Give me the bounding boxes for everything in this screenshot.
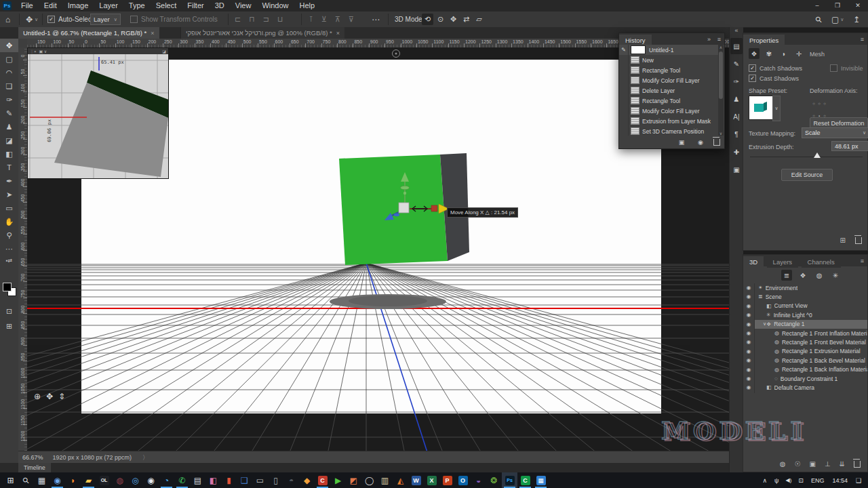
history-scrollbar[interactable]: ∧ ∨ — [718, 45, 724, 136]
taskbar-chat-app[interactable]: ❑ — [237, 472, 252, 488]
visibility-eye-icon[interactable]: ◉ — [743, 330, 754, 336]
visibility-eye-icon[interactable]: ◉ — [743, 348, 754, 354]
gradient-tool[interactable]: ◧ — [0, 147, 18, 161]
taskbar-photoshop[interactable]: Ps — [502, 472, 517, 488]
menu-edit[interactable]: Edit — [39, 0, 62, 12]
workspace-icon[interactable]: ▢ — [831, 15, 839, 24]
tab-channels[interactable]: Channels — [802, 256, 841, 268]
deform-grid-icon[interactable]: ⊞ — [840, 237, 846, 244]
timeline-tab[interactable]: Timeline — [18, 463, 51, 472]
menu-view[interactable]: View — [230, 0, 257, 12]
align-icon-0[interactable]: ⊏ — [235, 15, 241, 24]
close-tab-icon[interactable]: × — [151, 30, 154, 37]
taskbar-firefox[interactable]: ◗ — [65, 472, 81, 488]
align-icon-2[interactable]: ⊐ — [263, 15, 269, 24]
pan-camera-icon[interactable]: ✥ — [46, 392, 53, 401]
extrusion-depth-field[interactable]: 48.61 px — [831, 141, 868, 151]
shape-preset-thumbnail[interactable] — [749, 96, 773, 120]
tool-presets-icon[interactable]: ✚ — [730, 144, 743, 160]
dolly-camera-icon[interactable]: ⇕ — [58, 392, 65, 401]
menu-help[interactable]: Help — [294, 0, 321, 12]
panel-menu-icon[interactable]: ≡ — [717, 36, 721, 43]
invisible-checkbox[interactable] — [830, 64, 837, 72]
move-tool[interactable]: ✥ — [0, 39, 18, 52]
render-3d-icon[interactable]: ▣ — [809, 460, 815, 468]
taskbar-keyboard-app[interactable]: ▭ — [252, 472, 268, 488]
scene-item[interactable]: ◉ ✴ Environment — [743, 283, 867, 292]
history-state[interactable]: Modify Color Fill Layer — [619, 75, 718, 85]
slide-3d-icon[interactable]: ⇄ — [460, 14, 472, 25]
filter-lights-icon[interactable]: ✳ — [830, 270, 841, 281]
scene-item[interactable]: ◉ ✳ Infinite Light ^0 — [743, 310, 867, 319]
secondary-view-panel[interactable]: ⋮× ▣ ∨ ◪ 65.41 px 69.06 px — [27, 47, 169, 179]
brush-tool[interactable]: ✎ — [0, 106, 18, 120]
paragraph-panel-icon[interactable]: ¶ — [730, 126, 743, 142]
orbit-3d-icon[interactable]: ⟲ — [422, 14, 433, 25]
screen-mode-icon[interactable]: ⊞ — [0, 319, 18, 333]
marquee-tool[interactable]: ▢ — [0, 52, 18, 66]
tab-layers[interactable]: Layers — [767, 256, 799, 268]
more-options-icon[interactable]: ⋯ — [372, 15, 380, 24]
delete-icon[interactable] — [855, 237, 862, 244]
orbit-camera-icon[interactable]: ⊕ — [34, 392, 41, 401]
extrusion-slider-track[interactable] — [750, 157, 863, 157]
search-icon[interactable]: ⚲ — [18, 472, 34, 488]
pan-3d-icon[interactable]: ✥ — [448, 14, 459, 25]
scene-item[interactable]: ◉ ◍ Rectangle 1 Back Inflation Material — [743, 365, 867, 374]
restore-button[interactable]: ❐ — [827, 0, 848, 12]
visibility-eye-icon[interactable]: ◉ — [743, 293, 754, 300]
filter-whole-scene-icon[interactable]: ≣ — [781, 270, 792, 281]
zoom-tool[interactable]: ⚲ — [0, 228, 18, 242]
speaker-icon[interactable]: ◀) — [786, 477, 792, 483]
catch-shadows-checkbox[interactable]: ✓ — [749, 64, 756, 72]
history-snapshot[interactable]: ✎ Untitled-1 — [619, 45, 718, 55]
new-document-from-state-icon[interactable]: ▣ — [675, 138, 688, 147]
history-panel-icon[interactable]: ▤ — [730, 38, 743, 54]
scene-item[interactable]: ◉ ◍ Rectangle 1 Front Inflation Material — [743, 329, 867, 338]
swap-view-icon[interactable]: ◪ — [162, 49, 166, 54]
menu-file[interactable]: File — [16, 0, 39, 12]
foreground-color-swatch[interactable] — [3, 283, 12, 291]
tab-3d[interactable]: 3D — [743, 256, 764, 268]
axis-point-2[interactable]: ○ — [822, 102, 827, 107]
taskbar-word[interactable]: W — [408, 472, 424, 488]
align-icon-1[interactable]: ⊓ — [249, 15, 255, 24]
delete-icon[interactable] — [854, 461, 861, 468]
taskbar-phone-app[interactable]: ▯ — [268, 472, 283, 488]
deform-props-icon[interactable]: ✾ — [764, 48, 774, 59]
microphone-icon[interactable]: ψ — [774, 477, 778, 484]
start-button[interactable]: ⊞ — [3, 472, 18, 488]
share-icon[interactable]: ↥ — [853, 15, 860, 24]
visibility-eye-icon[interactable]: ◉ — [743, 384, 754, 390]
view-select-icon[interactable]: ▣ ∨ — [39, 49, 47, 54]
visibility-eye-icon[interactable]: ◉ — [743, 339, 754, 345]
path-selection-tool[interactable]: ➤ — [0, 188, 18, 201]
language-indicator[interactable]: ENG — [811, 477, 825, 484]
ruler-origin-corner[interactable] — [18, 39, 28, 48]
taskbar-chrome[interactable]: ◉ — [50, 472, 65, 488]
scroll-up-icon[interactable]: ∧ — [718, 45, 724, 49]
taskbar-excel[interactable]: X — [424, 472, 439, 488]
minimize-button[interactable]: – — [807, 0, 827, 12]
auto-select-checkbox[interactable]: ✓ — [47, 16, 55, 23]
document-tab-inactive[interactable]: ורטיקל אנכי אאוריזנטל אופקי.png @ 100% (… — [180, 27, 344, 39]
scene-item[interactable]: ◉ ◍ Rectangle 1 Back Bevel Material — [743, 356, 867, 365]
scene-item[interactable]: ◉ ≣ Scene — [743, 292, 867, 301]
coordinates-props-icon[interactable]: ✛ — [793, 48, 804, 59]
shape-tool[interactable]: ▭ — [0, 201, 18, 215]
history-state[interactable]: Set 3D Camera Position — [619, 126, 718, 136]
history-brush-source-icon[interactable]: ✎ — [619, 45, 629, 55]
visibility-eye-icon[interactable]: ◉ — [743, 312, 754, 318]
character-panel-icon[interactable]: A| — [730, 108, 743, 125]
taskbar-camtasia-green[interactable]: C — [517, 472, 533, 488]
object-selection-tool[interactable]: ❏ — [0, 79, 18, 93]
scene-item[interactable]: ◉ ◍ Rectangle 1 Extrusion Material — [743, 347, 867, 356]
quick-mask-icon[interactable]: ⊡ — [0, 304, 18, 318]
brushes-icon[interactable]: ✑ — [730, 73, 743, 89]
default-colors-icon[interactable]: ▪⇄ — [0, 256, 18, 265]
history-state[interactable]: Rectangle Tool — [619, 65, 718, 75]
taskbar-file-explorer[interactable]: ▰ — [81, 472, 96, 488]
menu-select[interactable]: Select — [151, 0, 182, 12]
coordinates-icon[interactable]: ⇊ — [840, 460, 845, 468]
task-view-icon[interactable]: ▦ — [34, 472, 50, 488]
